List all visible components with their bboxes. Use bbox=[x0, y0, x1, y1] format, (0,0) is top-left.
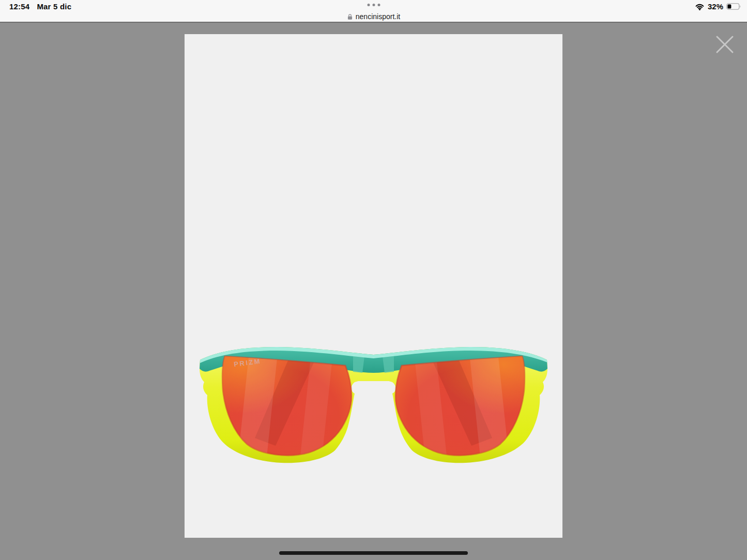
product-image-panel: PRIZM bbox=[185, 34, 562, 538]
lock-icon bbox=[347, 13, 353, 20]
wifi-icon bbox=[695, 3, 705, 10]
close-icon bbox=[715, 35, 734, 54]
address-bar[interactable]: nencinisport.it bbox=[0, 11, 747, 22]
battery-fill bbox=[727, 4, 731, 8]
status-date: Mar 5 dic bbox=[37, 2, 71, 11]
tab-overflow-icon[interactable] bbox=[367, 4, 380, 6]
home-indicator[interactable] bbox=[279, 551, 468, 555]
close-button[interactable] bbox=[714, 34, 735, 55]
battery-icon bbox=[726, 3, 741, 10]
address-bar-domain: nencinisport.it bbox=[356, 12, 400, 21]
status-right: 32% bbox=[695, 2, 741, 11]
battery-percent: 32% bbox=[708, 2, 723, 11]
status-left: 12:54 Mar 5 dic bbox=[9, 2, 71, 11]
sunglasses-product-image: PRIZM bbox=[198, 345, 550, 466]
safari-chrome: 12:54 Mar 5 dic 32% nencinisport.it bbox=[0, 0, 747, 23]
status-time: 12:54 bbox=[9, 2, 29, 11]
